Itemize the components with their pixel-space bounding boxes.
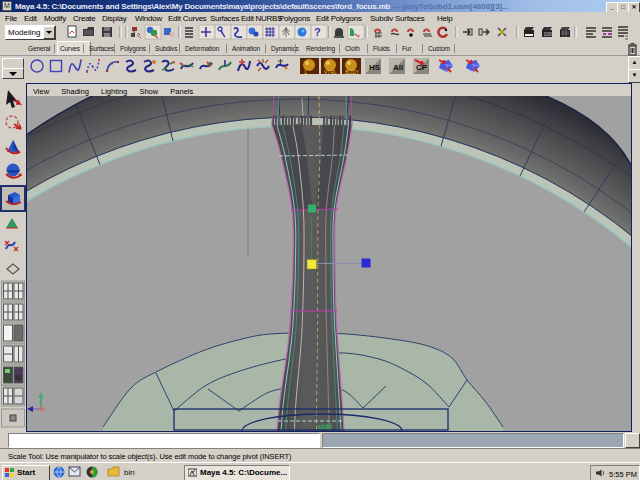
svg-text:HS: HS bbox=[369, 63, 381, 72]
svg-text:side: side bbox=[317, 422, 332, 431]
svg-text:All: All bbox=[393, 63, 403, 72]
svg-text:L: L bbox=[303, 69, 307, 75]
svg-text:?: ? bbox=[314, 26, 321, 38]
svg-text:VTRL: VTRL bbox=[324, 69, 337, 75]
svg-text:bin: bin bbox=[124, 468, 135, 477]
svg-text:BODY: BODY bbox=[345, 69, 360, 75]
svg-text:100: 100 bbox=[544, 31, 553, 37]
